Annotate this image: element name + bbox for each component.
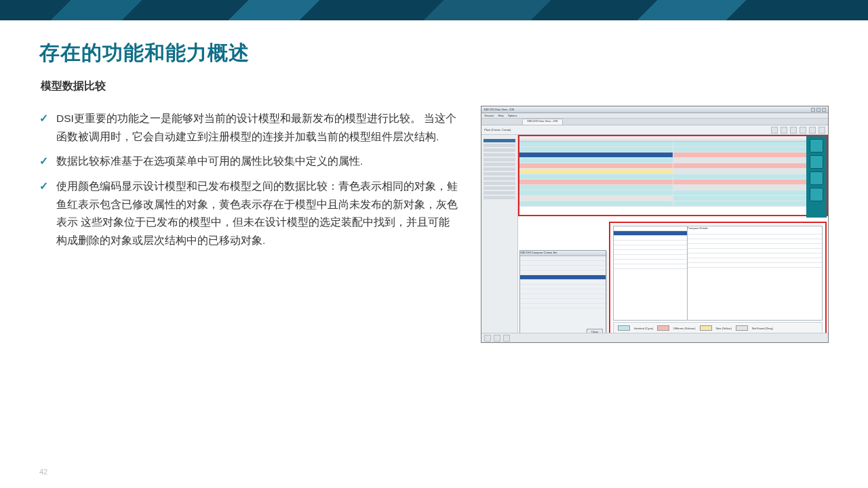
tree-node[interactable] (484, 167, 515, 171)
compare-row[interactable] (519, 147, 827, 152)
compare-cell-right[interactable] (673, 147, 827, 152)
compare-cell-left[interactable] (519, 174, 673, 179)
toolbar-button[interactable] (818, 127, 825, 134)
tree-node[interactable] (484, 158, 515, 161)
compare-row[interactable] (519, 190, 827, 196)
list-row[interactable] (520, 261, 606, 266)
menu-item[interactable]: Help (498, 114, 503, 117)
tree-node[interactable] (484, 191, 515, 195)
compare-cell-left[interactable] (519, 142, 673, 146)
compare-cell-left[interactable] (519, 180, 673, 184)
list-row[interactable] (688, 230, 822, 235)
list-row[interactable] (520, 256, 606, 261)
compare-cell-left[interactable] (519, 169, 673, 174)
list-row[interactable] (688, 239, 822, 244)
close-icon[interactable] (822, 108, 826, 112)
compare-row[interactable] (519, 196, 827, 201)
compare-cell-right[interactable] (673, 196, 827, 201)
status-icon[interactable] (494, 335, 500, 342)
tree-node[interactable] (484, 139, 515, 142)
list-row[interactable] (520, 280, 606, 285)
maximize-icon[interactable] (816, 108, 821, 112)
view-tool-icon[interactable] (810, 155, 823, 169)
compare-cell-right[interactable] (673, 142, 827, 146)
compare-cell-left[interactable] (519, 163, 673, 168)
view-tool-icon[interactable] (810, 171, 823, 185)
list-row[interactable] (688, 249, 822, 253)
tree-node[interactable] (484, 182, 515, 185)
compare-cell-left[interactable] (519, 152, 673, 157)
tree-node[interactable] (484, 163, 515, 166)
menu-item[interactable]: Options (508, 114, 517, 117)
minimize-icon[interactable] (811, 108, 815, 112)
compare-row[interactable] (519, 169, 827, 174)
compare-row[interactable] (519, 185, 827, 190)
list-row[interactable] (520, 270, 606, 275)
compare-cell-right[interactable] (673, 201, 827, 206)
list-row[interactable] (520, 275, 606, 280)
list-row[interactable] (520, 266, 606, 270)
compare-cell-left[interactable] (519, 196, 673, 201)
compare-row[interactable] (519, 180, 827, 185)
toolbar-button[interactable] (790, 127, 797, 134)
tree-node[interactable] (484, 177, 515, 180)
toolbar-button[interactable] (800, 127, 806, 134)
compare-cell-left[interactable] (519, 190, 673, 195)
list-row[interactable] (688, 258, 822, 263)
list-row[interactable] (520, 299, 606, 304)
list-row[interactable] (520, 304, 606, 308)
properties-panel[interactable]: Compare Details (687, 226, 823, 321)
list-row[interactable] (520, 289, 606, 294)
menu-item[interactable]: Session (484, 114, 494, 117)
bullet-list: ✓ DSI更重要的功能之一是能够对当前的设计模型和最新发布的模型进行比较。 当这… (39, 103, 460, 343)
tab-strip[interactable]: S3D-DSI Data View - DSI (481, 119, 828, 125)
list-row[interactable] (688, 244, 822, 249)
tree-node[interactable] (484, 144, 515, 147)
view-tool-icon[interactable] (810, 188, 823, 201)
view-tools[interactable] (806, 136, 827, 218)
app-toolbar[interactable]: Plant (Create, Create) (481, 125, 828, 135)
compare-cell-right[interactable] (673, 180, 827, 184)
list-row[interactable] (520, 285, 606, 289)
window-controls[interactable] (811, 108, 826, 112)
compare-row[interactable] (519, 158, 827, 163)
workarea: Compare Details (481, 135, 828, 333)
bullet-text: 数据比较标准基于在选项菜单中可用的属性比较集中定义的属性. (56, 152, 363, 171)
tree-node[interactable] (484, 148, 515, 152)
nav-tree[interactable] (481, 135, 518, 333)
compare-cell-right[interactable] (673, 158, 827, 163)
compare-row[interactable] (519, 142, 827, 147)
toolbar-button[interactable] (771, 127, 778, 134)
compare-row[interactable] (519, 152, 827, 158)
compare-cell-right[interactable] (673, 163, 827, 168)
list-row[interactable] (688, 235, 822, 239)
compare-cell-right[interactable] (673, 152, 827, 157)
compare-cell-right[interactable] (673, 190, 827, 195)
toolbar-button[interactable] (809, 127, 816, 134)
list-row[interactable] (688, 263, 822, 268)
compare-cell-left[interactable] (519, 147, 673, 152)
view-tool-icon[interactable] (810, 139, 823, 152)
compare-cell-left[interactable] (519, 201, 673, 206)
compare-row[interactable] (519, 174, 827, 180)
status-icon[interactable] (503, 335, 510, 342)
tree-node[interactable] (484, 196, 515, 199)
compare-cell-left[interactable] (519, 158, 673, 163)
compare-row[interactable] (519, 163, 827, 169)
compare-row[interactable] (519, 201, 827, 207)
tree-node[interactable] (484, 153, 515, 157)
compare-cell-left[interactable] (519, 185, 673, 190)
app-menubar[interactable]: Session Help Options (481, 113, 828, 119)
compare-cell-right[interactable] (673, 185, 827, 190)
tab[interactable]: S3D-DSI Data View - DSI (522, 119, 562, 125)
compare-cell-right[interactable] (673, 174, 827, 179)
compare-cell-right[interactable] (673, 169, 827, 174)
compare-grid[interactable] (519, 142, 827, 215)
list-row[interactable] (520, 294, 606, 299)
tree-node[interactable] (484, 172, 515, 176)
criteria-panel[interactable]: S3D DSI Compare Criteria Set Close (519, 250, 606, 338)
tree-node[interactable] (484, 186, 515, 190)
toolbar-button[interactable] (781, 127, 787, 134)
status-icon[interactable] (484, 335, 491, 342)
list-row[interactable] (688, 253, 822, 258)
